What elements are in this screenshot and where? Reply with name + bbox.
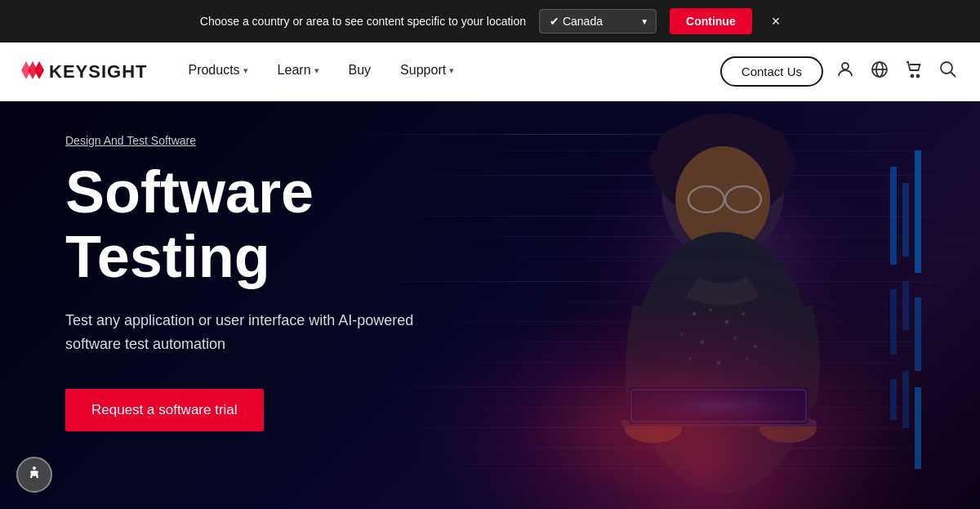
- svg-point-4: [911, 75, 914, 78]
- country-select[interactable]: ✔ Canada United States United Kingdom Au…: [539, 9, 657, 33]
- logo-text: KEYSIGHT: [49, 61, 147, 83]
- hero-title-line1: Software: [65, 159, 314, 225]
- breadcrumb[interactable]: Design And Test Software: [65, 134, 457, 147]
- nav-item-learn[interactable]: Learn ▾: [263, 42, 334, 101]
- svg-rect-39: [482, 101, 931, 509]
- search-icon[interactable]: [936, 57, 960, 86]
- contact-us-button[interactable]: Contact Us: [720, 56, 823, 87]
- nav-item-products[interactable]: Products ▾: [173, 42, 262, 101]
- svg-rect-46: [890, 379, 897, 420]
- svg-line-7: [951, 72, 956, 77]
- svg-rect-40: [890, 167, 897, 265]
- nav-item-support[interactable]: Support ▾: [385, 42, 469, 101]
- svg-rect-42: [915, 150, 921, 273]
- svg-point-6: [941, 62, 952, 74]
- products-chevron-icon: ▾: [243, 65, 248, 76]
- main-navbar: KEYSIGHT Products ▾ Learn ▾ Buy Support …: [0, 42, 980, 101]
- svg-rect-44: [902, 281, 909, 330]
- svg-point-49: [33, 467, 36, 470]
- svg-rect-45: [915, 297, 921, 371]
- logo-icon: [20, 60, 44, 84]
- svg-point-0: [842, 63, 849, 69]
- accessibility-button[interactable]: [16, 457, 52, 493]
- nav-item-buy[interactable]: Buy: [334, 42, 386, 101]
- nav-right: Contact Us: [720, 56, 960, 87]
- globe-icon[interactable]: [867, 57, 892, 86]
- svg-point-5: [917, 75, 920, 78]
- svg-rect-41: [902, 183, 909, 257]
- nav-links: Products ▾ Learn ▾ Buy Support ▾: [173, 42, 719, 101]
- support-chevron-icon: ▾: [449, 65, 454, 76]
- accessibility-icon: [24, 465, 44, 484]
- continue-button[interactable]: Continue: [670, 8, 752, 34]
- country-selector-wrapper[interactable]: ✔ Canada United States United Kingdom Au…: [539, 9, 657, 33]
- hero-title: Software Testing: [65, 160, 457, 289]
- hero-title-line2: Testing: [65, 224, 270, 289]
- logo-link[interactable]: KEYSIGHT: [20, 60, 147, 84]
- hero-description: Test any application or user interface w…: [65, 309, 457, 356]
- banner-text: Choose a country or area to see content …: [200, 15, 526, 28]
- hero-section: Design And Test Software Software Testin…: [0, 101, 980, 509]
- user-icon[interactable]: [833, 57, 858, 86]
- svg-rect-47: [902, 371, 909, 428]
- hero-content: Design And Test Software Software Testin…: [65, 134, 457, 431]
- trial-button[interactable]: Request a software trial: [65, 389, 264, 431]
- svg-rect-48: [915, 387, 921, 469]
- cart-icon[interactable]: [902, 57, 926, 86]
- hero-image-area: [482, 101, 931, 509]
- location-banner: Choose a country or area to see content …: [0, 0, 980, 42]
- learn-chevron-icon: ▾: [314, 65, 319, 76]
- svg-rect-43: [890, 289, 897, 355]
- close-banner-button[interactable]: ×: [772, 13, 781, 30]
